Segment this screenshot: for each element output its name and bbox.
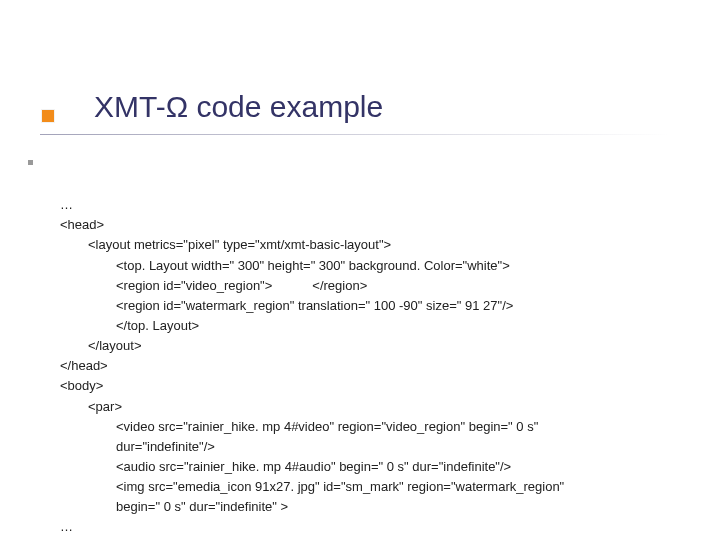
code-line: <audio src="rainier_hike. mp 4#audio" be… [60, 459, 511, 474]
code-line: <region id="video_region"></region> [60, 278, 367, 293]
code-example-block: … <head> <layout metrics="pixel" type="x… [60, 175, 670, 540]
code-line: <layout metrics="pixel" type="xmt/xmt-ba… [60, 237, 391, 252]
code-line: dur="indefinite"/> [60, 439, 215, 454]
code-line: <top. Layout width=" 300" height=" 300" … [60, 258, 510, 273]
code-line: … [60, 519, 73, 534]
bullet-marker [28, 160, 33, 165]
code-line: <body> [60, 378, 103, 393]
code-line: begin=" 0 s" dur="indefinite" > [60, 499, 288, 514]
code-line: </head> [60, 358, 108, 373]
code-line: <head> [60, 217, 104, 232]
code-line: … [60, 197, 73, 212]
accent-square-icon [42, 110, 54, 122]
title-underline [40, 134, 670, 135]
code-line: </layout> [60, 338, 142, 353]
slide-title: XMT-Ω code example [94, 90, 383, 124]
code-line: <par> [60, 399, 122, 414]
code-line: <img src="emedia_icon 91x27. jpg" id="sm… [60, 479, 564, 494]
code-line: <video src="rainier_hike. mp 4#video" re… [60, 419, 538, 434]
code-line: <region id="watermark_region" translatio… [60, 298, 513, 313]
code-line: </top. Layout> [60, 318, 199, 333]
